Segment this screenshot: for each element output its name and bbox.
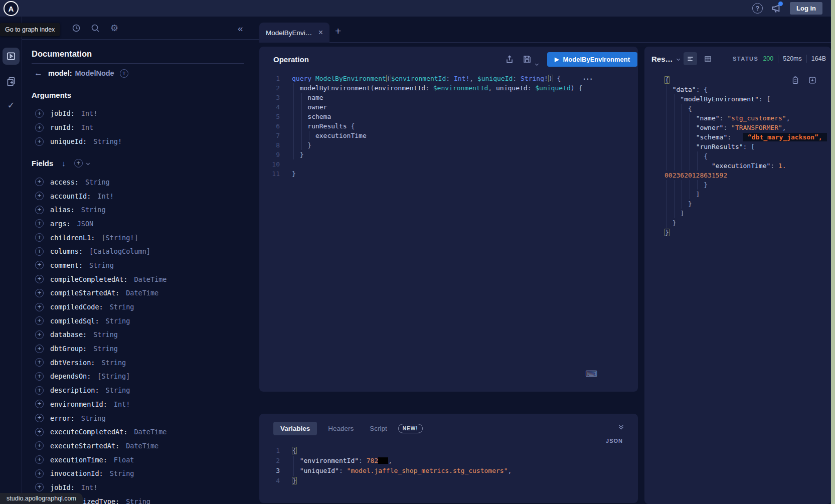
add-to-query-button[interactable]: + <box>35 358 44 367</box>
add-to-query-button[interactable]: + <box>35 483 44 491</box>
save-icon[interactable] <box>522 54 532 64</box>
add-to-query-button[interactable]: + <box>35 316 44 325</box>
close-tab-icon[interactable]: × <box>318 28 323 37</box>
field-row[interactable]: +compileCompletedAt:DateTime <box>35 272 166 286</box>
share-icon[interactable] <box>505 54 515 64</box>
add-to-query-button[interactable]: + <box>35 289 44 297</box>
response-dropdown-chevron-icon[interactable] <box>676 57 680 60</box>
field-row[interactable]: +dependsOn:[String] <box>35 370 166 384</box>
help-icon[interactable]: ? <box>752 3 763 14</box>
field-row[interactable]: +jobId:Int! <box>35 480 166 494</box>
add-to-query-button[interactable]: + <box>35 192 44 200</box>
collapse-panel-icon[interactable]: « <box>238 23 243 34</box>
field-type[interactable]: Int <box>81 123 93 131</box>
field-row[interactable]: +error:String <box>35 411 166 425</box>
add-to-query-button[interactable]: + <box>35 303 44 311</box>
field-row[interactable]: +childrenL1:[String!] <box>35 231 166 245</box>
checks-nav-icon[interactable]: ✓ <box>3 97 20 114</box>
variables-editor[interactable]: 1{2 "environmentId": 782,3 "uniqueId": "… <box>259 446 638 486</box>
field-type[interactable]: String <box>110 469 134 477</box>
field-type[interactable]: String! <box>93 137 122 145</box>
add-to-query-button[interactable]: + <box>35 233 44 242</box>
field-row[interactable]: +compileStartedAt:DateTime <box>35 286 166 300</box>
field-type[interactable]: String <box>93 330 118 339</box>
tab-variables[interactable]: Variables <box>273 422 317 435</box>
argument-row[interactable]: +runId:Int <box>35 120 122 134</box>
field-row[interactable]: +alias:String <box>35 203 166 217</box>
argument-row[interactable]: +jobId:Int! <box>35 106 122 120</box>
field-type[interactable]: DateTime <box>126 289 158 297</box>
field-row[interactable]: +compiledCode:String <box>35 300 166 314</box>
raw-view-icon[interactable] <box>684 52 697 65</box>
add-to-query-button[interactable]: + <box>35 428 44 436</box>
operation-editor[interactable]: 1query ModelByEnvironment($environmentId… <box>259 74 638 179</box>
field-type[interactable]: String <box>106 386 130 394</box>
field-type[interactable]: JSON <box>77 220 94 228</box>
add-to-query-button[interactable]: + <box>35 469 44 478</box>
collections-nav-icon[interactable] <box>3 73 20 90</box>
add-to-query-button[interactable]: + <box>35 441 44 450</box>
add-to-query-button[interactable]: + <box>35 275 44 283</box>
field-type[interactable]: Float <box>114 456 134 464</box>
add-all-fields-button[interactable]: + <box>74 159 83 167</box>
field-type[interactable]: String <box>126 497 150 504</box>
run-operation-button[interactable]: ▶ ModelByEnvironment <box>547 52 637 67</box>
table-view-icon[interactable] <box>701 52 715 65</box>
tab-headers[interactable]: Headers <box>323 422 359 435</box>
field-type[interactable]: String <box>89 261 114 269</box>
add-to-query-button[interactable]: + <box>35 261 44 269</box>
add-to-query-button[interactable]: + <box>35 414 44 422</box>
add-to-query-button[interactable]: + <box>35 330 44 339</box>
field-row[interactable]: +invocationId:String <box>35 466 166 480</box>
field-row[interactable]: +environmentId:Int! <box>35 397 166 411</box>
field-type[interactable]: DateTime <box>134 275 166 283</box>
field-row[interactable]: +executeCompletedAt:DateTime <box>35 425 166 439</box>
field-row[interactable]: +dbtGroup:String <box>35 342 166 356</box>
search-icon[interactable] <box>90 23 100 33</box>
add-to-query-button[interactable]: + <box>35 247 44 256</box>
field-type-link[interactable]: ModelNode <box>75 69 114 77</box>
new-tab-button[interactable]: + <box>335 25 341 37</box>
field-type[interactable]: DateTime <box>126 442 158 450</box>
add-to-query-button[interactable]: + <box>35 386 44 395</box>
add-to-query-button[interactable]: + <box>35 400 44 408</box>
field-type[interactable]: String <box>81 206 106 214</box>
field-type[interactable]: String <box>110 303 134 311</box>
argument-row[interactable]: +uniqueId:String! <box>35 134 122 148</box>
field-row[interactable]: +executeStartedAt:DateTime <box>35 439 166 453</box>
field-row[interactable]: +compiledSql:String <box>35 314 166 328</box>
save-options-chevron-icon[interactable] <box>536 58 538 67</box>
field-row[interactable]: +database:String <box>35 328 166 342</box>
settings-gear-icon[interactable]: ⚙ <box>109 23 119 33</box>
field-type[interactable]: [CatalogColumn] <box>89 247 150 255</box>
add-to-query-button[interactable]: + <box>35 123 44 132</box>
chevron-down-icon[interactable] <box>86 161 90 165</box>
field-type[interactable]: Int! <box>97 192 114 200</box>
field-type[interactable]: [String!] <box>101 234 138 242</box>
field-row[interactable]: +dbtVersion:String <box>35 356 166 370</box>
field-row[interactable]: +accountId:Int! <box>35 189 166 203</box>
field-row[interactable]: +executionTime:Float <box>35 453 166 467</box>
field-type[interactable]: String <box>81 414 106 422</box>
add-to-query-button[interactable]: + <box>35 109 44 118</box>
add-to-query-button[interactable]: + <box>35 219 44 228</box>
field-row[interactable]: +comment:String <box>35 258 166 272</box>
field-row[interactable]: +access:String <box>35 175 166 189</box>
field-row[interactable]: +args:JSON <box>35 217 166 231</box>
history-icon[interactable] <box>71 23 81 33</box>
field-type[interactable]: [String] <box>97 372 130 380</box>
back-arrow-icon[interactable]: ← <box>34 68 43 78</box>
field-type[interactable]: Int! <box>81 483 98 491</box>
field-row[interactable]: +columns:[CatalogColumn] <box>35 244 166 258</box>
add-to-query-button[interactable]: + <box>35 206 44 214</box>
field-type[interactable]: DateTime <box>134 428 166 436</box>
field-row[interactable]: +description:String <box>35 383 166 397</box>
add-to-query-button[interactable]: + <box>35 178 44 186</box>
field-type[interactable]: String <box>106 317 130 325</box>
keyboard-shortcuts-icon[interactable]: ⌨ <box>585 369 598 379</box>
announcements-megaphone-icon[interactable] <box>770 3 782 15</box>
apollo-logo[interactable]: A <box>4 1 19 16</box>
operation-tab[interactable]: ModelByEnvi… × <box>259 23 329 43</box>
tab-script[interactable]: Script <box>365 422 392 435</box>
add-to-query-button[interactable]: + <box>35 372 44 381</box>
